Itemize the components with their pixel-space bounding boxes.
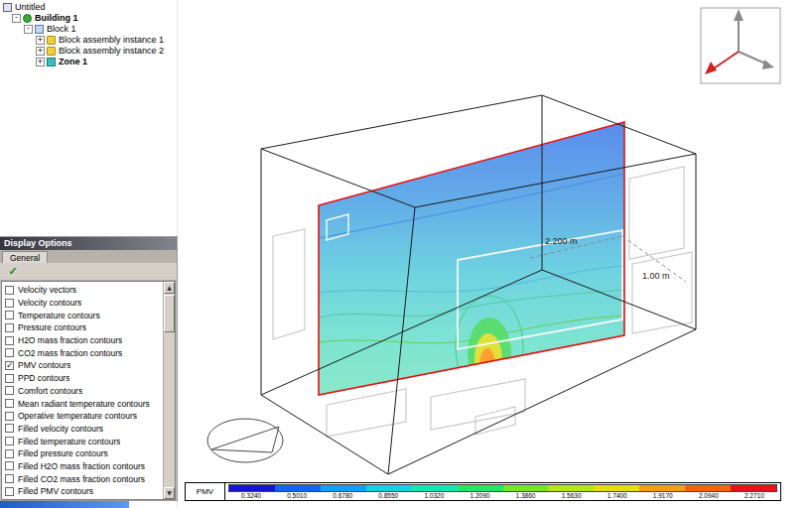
option-filled-pmv[interactable]: Filled PMV contours bbox=[2, 485, 175, 498]
tab-general[interactable]: General bbox=[2, 251, 48, 263]
option-h2o-contours[interactable]: H2O mass fraction contours bbox=[2, 334, 175, 347]
tree-expander-icon[interactable]: - bbox=[24, 25, 33, 34]
legend-color-swatch bbox=[275, 485, 321, 491]
option-mrt-contours[interactable]: Mean radiant temperature contours bbox=[2, 397, 175, 410]
checkbox[interactable] bbox=[5, 374, 14, 383]
checkbox[interactable] bbox=[5, 399, 14, 408]
option-label: PPD contours bbox=[18, 373, 69, 383]
list-scrollbar[interactable]: ▲ ▼ bbox=[163, 282, 175, 499]
option-filled-temperature[interactable]: Filled temperature contours bbox=[2, 435, 175, 447]
checkbox[interactable] bbox=[5, 323, 14, 332]
apply-check-button[interactable]: ✓ bbox=[5, 265, 21, 279]
scroll-up-icon[interactable]: ▲ bbox=[164, 282, 175, 294]
pmv-legend: PMV 0.3240 0.5 bbox=[185, 482, 781, 501]
legend-value: 1.3860 bbox=[502, 492, 548, 500]
tree-item-zone[interactable]: + Zone 1 bbox=[0, 57, 177, 66]
legend-value: 1.5630 bbox=[549, 492, 595, 500]
checkbox[interactable] bbox=[5, 461, 14, 470]
checkbox[interactable] bbox=[5, 299, 14, 308]
option-label: H2O mass fraction contours bbox=[18, 335, 122, 345]
option-label: Filled temperature contours bbox=[18, 437, 120, 446]
legend-color-swatch bbox=[229, 485, 275, 491]
option-pmv-contours[interactable]: PMV contours bbox=[2, 359, 175, 372]
tree-item-label: Block assembly instance 1 bbox=[59, 35, 164, 45]
option-filled-h2o[interactable]: Filled H2O mass fraction contours bbox=[2, 460, 175, 473]
legend-value: 1.0320 bbox=[411, 492, 457, 500]
dimension-label-width: 2.200 m bbox=[545, 236, 578, 246]
checkbox[interactable] bbox=[5, 361, 14, 370]
option-ppd-contours[interactable]: PPD contours bbox=[2, 372, 175, 385]
3d-viewport[interactable]: 2.200 m 1.00 m bbox=[178, 0, 812, 508]
assembly-icon bbox=[47, 47, 56, 56]
navigation-panel: Untitled - Building 1 - Block 1 + Block … bbox=[0, 0, 178, 508]
tree-item-label: Block 1 bbox=[47, 24, 76, 34]
zone-icon bbox=[47, 58, 56, 66]
legend-color-bar bbox=[228, 484, 777, 492]
option-label: Filled velocity contours bbox=[18, 424, 103, 434]
tree-item-building[interactable]: - Building 1 bbox=[0, 13, 177, 23]
legend-value: 0.6780 bbox=[320, 492, 365, 500]
option-temperature-contours[interactable]: Temperature contours bbox=[2, 309, 175, 321]
tree-item-assembly-1[interactable]: + Block assembly instance 1 bbox=[0, 35, 177, 45]
tree-item-assembly-2[interactable]: + Block assembly instance 2 bbox=[0, 46, 177, 56]
scroll-down-icon[interactable]: ▼ bbox=[164, 487, 175, 499]
tree-item-label: Block assembly instance 2 bbox=[59, 46, 164, 56]
legend-values-row: 0.3240 0.5010 0.6780 0.8550 1.0320 1.209… bbox=[228, 492, 777, 500]
option-velocity-vectors[interactable]: Velocity vectors bbox=[2, 284, 175, 297]
option-filled-co2[interactable]: Filled CO2 mass fraction contours bbox=[2, 472, 175, 485]
display-options-list: Velocity vectors Velocity contours Tempe… bbox=[1, 281, 176, 500]
checkbox[interactable] bbox=[5, 336, 14, 345]
panel-tab-bar: General bbox=[0, 250, 177, 263]
option-velocity-contours[interactable]: Velocity contours bbox=[2, 297, 175, 310]
option-label: Velocity contours bbox=[18, 298, 81, 308]
tree-expander-icon[interactable]: - bbox=[12, 14, 21, 23]
tree-expander-icon[interactable]: + bbox=[36, 47, 45, 56]
legend-color-swatch bbox=[503, 485, 549, 491]
axis-indicator bbox=[701, 8, 780, 83]
tree-item-block[interactable]: - Block 1 bbox=[0, 24, 177, 34]
legend-color-swatch bbox=[366, 485, 412, 491]
legend-color-swatch bbox=[594, 485, 639, 491]
checkbox[interactable] bbox=[5, 424, 14, 433]
option-filled-velocity[interactable]: Filled velocity contours bbox=[2, 423, 175, 436]
option-co2-contours[interactable]: CO2 mass fraction contours bbox=[2, 346, 175, 359]
option-label: Filled PMV contours bbox=[18, 486, 93, 496]
legend-value: 0.3240 bbox=[228, 492, 274, 500]
checkbox[interactable] bbox=[5, 437, 14, 445]
option-label: Filled CO2 mass fraction contours bbox=[18, 474, 145, 484]
legend-color-swatch bbox=[412, 485, 458, 491]
pmv-slice[interactable] bbox=[319, 122, 624, 399]
legend-value: 1.7400 bbox=[595, 492, 640, 500]
display-options-panel: Display Options General ✓ Velocity vecto… bbox=[0, 236, 178, 501]
bottom-panel-header bbox=[0, 501, 129, 508]
option-label: Pressure contours bbox=[18, 322, 86, 332]
tree-expander-icon[interactable]: + bbox=[36, 58, 45, 66]
legend-color-swatch bbox=[639, 485, 685, 491]
tree-item-untitled[interactable]: Untitled bbox=[0, 2, 177, 12]
checkbox[interactable] bbox=[5, 386, 14, 395]
building-icon bbox=[23, 14, 32, 23]
monitor-icon bbox=[3, 3, 12, 12]
option-operative-contours[interactable]: Operative temperature contours bbox=[2, 410, 175, 423]
option-label: Mean radiant temperature contours bbox=[18, 399, 150, 409]
option-comfort-contours[interactable]: Comfort contours bbox=[2, 385, 175, 398]
tree-item-label: Building 1 bbox=[35, 13, 78, 23]
panel-title: Display Options bbox=[0, 237, 177, 250]
checkbox[interactable] bbox=[5, 286, 14, 295]
scrollbar-thumb[interactable] bbox=[164, 295, 175, 332]
legend-color-swatch bbox=[685, 485, 731, 491]
panel-toolbar: ✓ bbox=[0, 263, 177, 281]
checkbox[interactable] bbox=[5, 348, 14, 357]
checkbox[interactable] bbox=[5, 311, 14, 319]
option-label: PMV contours bbox=[18, 360, 70, 370]
checkbox[interactable] bbox=[5, 449, 14, 458]
option-label: Filled pressure contours bbox=[18, 448, 108, 458]
option-filled-pressure[interactable]: Filled pressure contours bbox=[2, 447, 175, 460]
checkbox[interactable] bbox=[5, 474, 14, 483]
block-icon bbox=[35, 25, 44, 34]
tree-expander-icon[interactable]: + bbox=[36, 36, 45, 45]
option-pressure-contours[interactable]: Pressure contours bbox=[2, 321, 175, 334]
option-label: CO2 mass fraction contours bbox=[18, 348, 122, 358]
checkbox[interactable] bbox=[5, 412, 14, 421]
checkbox[interactable] bbox=[5, 487, 14, 496]
